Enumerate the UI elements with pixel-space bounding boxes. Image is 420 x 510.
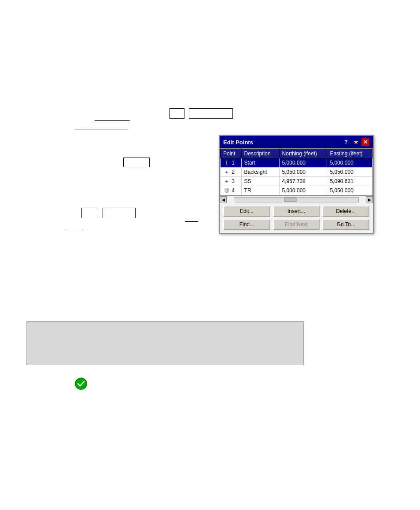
cell-point-1: 1 bbox=[232, 160, 235, 166]
underline-link-1[interactable] bbox=[95, 114, 130, 121]
cell-desc-2: Backsight bbox=[241, 168, 279, 177]
cell-northing-4: 5,000.000 bbox=[279, 186, 327, 195]
col-northing: Northing (ifeet) bbox=[279, 149, 327, 158]
svg-point-0 bbox=[75, 378, 87, 389]
cell-icon-2: + 2 bbox=[221, 168, 242, 177]
delete-button[interactable]: Delete... bbox=[322, 205, 369, 217]
cell-easting-2: 5,050.000 bbox=[327, 168, 372, 177]
find-next-button[interactable]: Find Next bbox=[273, 219, 320, 230]
table-row[interactable]: + 2 Backsight 5,050.000 5,050.000 bbox=[221, 168, 372, 177]
gray-content-box bbox=[26, 321, 304, 365]
plus-icon-2: + bbox=[223, 169, 230, 176]
insert-button[interactable]: Insert... bbox=[273, 205, 320, 217]
pin-icon[interactable]: ★ bbox=[352, 138, 360, 146]
table-row[interactable]: 🛡️ 4 TR 5,000.000 5,050.000 bbox=[221, 186, 372, 195]
cell-northing-1: 5,000.000 bbox=[279, 158, 327, 168]
dialog-title: Edit Points bbox=[223, 139, 253, 146]
col-description: Description bbox=[241, 149, 279, 158]
button-row-2: Find... Find Next Go To... bbox=[223, 219, 369, 230]
cell-desc-1: Start bbox=[241, 158, 279, 168]
go-to-button[interactable]: Go To... bbox=[322, 219, 369, 230]
scroll-track[interactable] bbox=[234, 197, 359, 202]
mid-box[interactable] bbox=[123, 158, 150, 167]
plus-icon-3: + bbox=[223, 178, 230, 185]
scroll-thumb[interactable] bbox=[284, 198, 297, 202]
table-row[interactable]: 🚶 1 Start 5,000.000 5,000.000 bbox=[221, 158, 372, 168]
cell-desc-4: TR bbox=[241, 186, 279, 195]
button-row-1: Edit... Insert... Delete... bbox=[223, 205, 369, 217]
points-table: Point Description Northing (ifeet) Easti… bbox=[220, 149, 372, 195]
person-icon: 🚶 bbox=[223, 159, 230, 166]
cell-northing-3: 4,957.738 bbox=[279, 177, 327, 186]
cell-point-4: 4 bbox=[232, 187, 235, 194]
cell-point-3: 3 bbox=[232, 178, 235, 184]
scroll-left-arrow[interactable]: ◀ bbox=[220, 196, 227, 203]
underline-link-2[interactable] bbox=[75, 122, 128, 129]
cell-easting-1: 5,000.000 bbox=[327, 158, 372, 168]
help-icon[interactable]: ? bbox=[342, 138, 350, 146]
scroll-right-arrow[interactable]: ▶ bbox=[366, 196, 373, 203]
dialog-buttons-area: Edit... Insert... Delete... Find... Find… bbox=[220, 203, 373, 233]
cell-easting-3: 5,090.631 bbox=[327, 177, 372, 186]
page-content: Edit Points ? ★ ✕ Point Description Nort… bbox=[0, 0, 420, 510]
cell-icon-4: 🛡️ 4 bbox=[221, 186, 242, 195]
scrollbar[interactable]: ◀ ▶ bbox=[220, 196, 373, 203]
shield-icon: 🛡️ bbox=[223, 187, 230, 194]
underline-link-3[interactable] bbox=[185, 215, 198, 222]
table-row[interactable]: + 3 SS 4,957.738 5,090.631 bbox=[221, 177, 372, 186]
find-button[interactable]: Find... bbox=[223, 219, 270, 230]
lower-box-1[interactable] bbox=[81, 208, 98, 218]
green-checkmark bbox=[75, 378, 87, 390]
cell-icon-1: 🚶 1 bbox=[221, 158, 242, 168]
edit-points-dialog: Edit Points ? ★ ✕ Point Description Nort… bbox=[219, 135, 374, 234]
table-header-row: Point Description Northing (ifeet) Easti… bbox=[221, 149, 372, 158]
col-point: Point bbox=[221, 149, 242, 158]
lower-box-2[interactable] bbox=[103, 208, 136, 218]
col-easting: Easting (ifeet) bbox=[327, 149, 372, 158]
top-box-1[interactable] bbox=[169, 108, 184, 119]
dialog-titlebar: Edit Points ? ★ ✕ bbox=[220, 136, 373, 148]
cell-easting-4: 5,050.000 bbox=[327, 186, 372, 195]
cell-northing-2: 5,050.000 bbox=[279, 168, 327, 177]
close-icon[interactable]: ✕ bbox=[361, 138, 369, 146]
table-container: Point Description Northing (ifeet) Easti… bbox=[220, 148, 373, 196]
edit-button[interactable]: Edit... bbox=[223, 205, 270, 217]
underline-link-4[interactable] bbox=[65, 222, 83, 229]
cell-point-2: 2 bbox=[232, 169, 235, 175]
titlebar-icons: ? ★ ✕ bbox=[342, 138, 369, 146]
cell-icon-3: + 3 bbox=[221, 177, 242, 186]
top-box-2[interactable] bbox=[189, 108, 233, 119]
cell-desc-3: SS bbox=[241, 177, 279, 186]
